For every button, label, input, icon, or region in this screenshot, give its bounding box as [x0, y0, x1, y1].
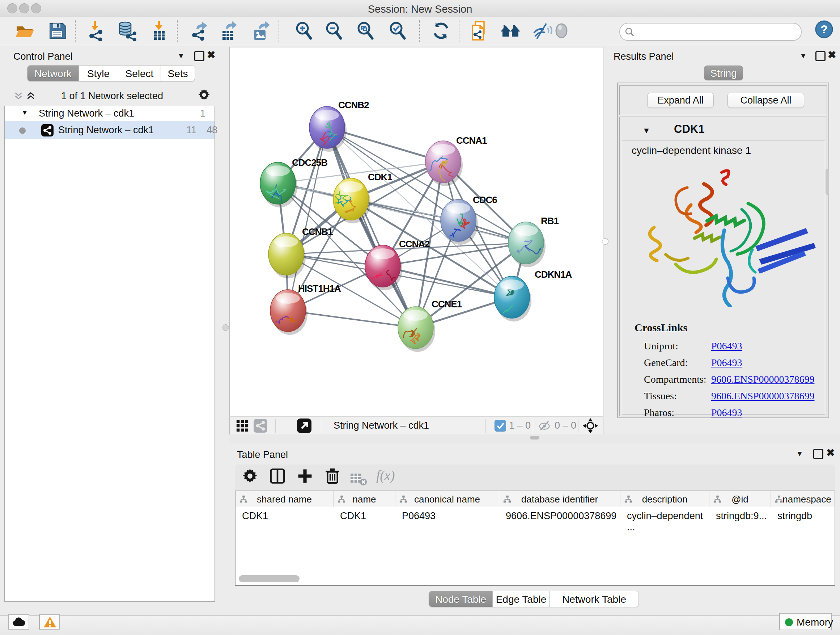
- panel-close-icon[interactable]: ✖: [207, 49, 215, 61]
- graph-node-label: CDC25B: [292, 157, 327, 168]
- export-network-icon[interactable]: [189, 21, 210, 41]
- collapse-section-triangle-icon[interactable]: ▼: [643, 126, 651, 135]
- collection-expand-triangle-icon[interactable]: ▼: [21, 109, 28, 117]
- panel-float-icon[interactable]: [813, 449, 823, 459]
- open-session-icon[interactable]: [14, 21, 35, 41]
- crosslink-url[interactable]: P06493: [711, 407, 742, 418]
- panel-menu-icon[interactable]: ▼: [177, 51, 185, 60]
- network-name: String Network – cdk1: [58, 125, 154, 136]
- table-cell[interactable]: CDK1: [340, 507, 395, 524]
- tab-sets[interactable]: Sets: [161, 65, 195, 81]
- column-header-5[interactable]: description: [621, 491, 709, 507]
- network-canvas[interactable]: CCNB2CCNA1CDC25BCDK1CDC6RB1CCNB1CCNA2CDK…: [229, 47, 603, 416]
- expand-all-chevron-icon[interactable]: [25, 91, 36, 101]
- zoom-selected-icon[interactable]: [387, 21, 408, 41]
- apply-layout-icon[interactable]: [431, 21, 451, 41]
- show-columns-icon[interactable]: [269, 468, 286, 485]
- hide-panels-eye-slash-icon[interactable]: [532, 21, 553, 41]
- selected-checkbox-icon[interactable]: [494, 420, 506, 432]
- tab-network[interactable]: Network: [27, 65, 79, 81]
- panel-float-icon[interactable]: [815, 51, 826, 61]
- tab-network-table[interactable]: Network Table: [550, 591, 639, 607]
- create-column-plus-icon[interactable]: [297, 468, 313, 485]
- search-icon: [624, 27, 635, 37]
- graph-node-label: CDKN1A: [535, 269, 572, 280]
- hidden-count: 0 – 0: [554, 420, 576, 431]
- column-header-1[interactable]: shared name: [235, 491, 333, 507]
- table-cell[interactable]: cyclin–dependent ...: [627, 507, 709, 524]
- save-session-icon[interactable]: [47, 21, 67, 41]
- crosslink-url[interactable]: 9606.ENSP00000378699: [711, 390, 814, 402]
- zoom-out-icon[interactable]: [324, 21, 344, 41]
- delete-table-icon: [350, 470, 367, 487]
- network-options-gear-icon[interactable]: [197, 88, 210, 101]
- panel-close-icon[interactable]: ✖: [826, 447, 835, 459]
- panel-close-icon[interactable]: ✖: [828, 49, 836, 61]
- graph-edge[interactable]: [327, 127, 416, 328]
- splitter-handle[interactable]: [530, 436, 539, 440]
- import-table-icon[interactable]: [149, 21, 169, 41]
- memory-button[interactable]: Memory: [779, 613, 832, 630]
- graph-node-label: CCNA2: [399, 239, 430, 249]
- delete-column-trash-icon[interactable]: [324, 468, 341, 485]
- crosslink-url[interactable]: P06493: [711, 340, 742, 352]
- graph-node-label: CCNB1: [302, 226, 333, 237]
- network-birdseye-icon[interactable]: [254, 419, 267, 432]
- table-cell[interactable]: P06493: [402, 507, 499, 524]
- protein-name: CDK1: [674, 123, 704, 136]
- collection-count: 1: [200, 108, 205, 119]
- panel-float-icon[interactable]: [194, 51, 204, 61]
- network-graph[interactable]: CCNB2CCNA1CDC25BCDK1CDC6RB1CCNB1CCNA2CDK…: [230, 48, 603, 416]
- panel-menu-icon[interactable]: ▼: [796, 449, 804, 458]
- column-header-4[interactable]: database identifier: [499, 491, 621, 507]
- table-cell[interactable]: stringdb:9...: [716, 507, 770, 524]
- panel-menu-icon[interactable]: ▼: [799, 51, 807, 60]
- toolbar-separator: [177, 20, 178, 42]
- crosslink-url[interactable]: 9606.ENSP00000378699: [711, 374, 814, 385]
- expand-all-button[interactable]: Expand All: [647, 93, 714, 108]
- open-in-window-icon[interactable]: [297, 418, 311, 433]
- crosslink-url[interactable]: P06493: [711, 357, 742, 369]
- column-header-2[interactable]: name: [333, 491, 395, 507]
- clone-network-icon[interactable]: [469, 21, 489, 41]
- tab-string[interactable]: String: [704, 65, 743, 80]
- warnings-button[interactable]: [39, 614, 60, 630]
- table-cell[interactable]: CDK1: [242, 507, 333, 524]
- tab-select[interactable]: Select: [118, 65, 161, 81]
- column-header-7[interactable]: namespace: [771, 491, 835, 507]
- table-options-gear-icon[interactable]: [242, 468, 258, 485]
- results-scrollbar-thumb[interactable]: [826, 169, 829, 195]
- help-button[interactable]: ?: [814, 19, 834, 40]
- cloud-button[interactable]: [8, 614, 29, 630]
- node-table[interactable]: shared nameCDK1nameCDK1canonical nameP06…: [235, 491, 835, 586]
- search-input[interactable]: [638, 25, 795, 38]
- tab-node-table[interactable]: Node Table: [429, 591, 493, 607]
- network-collection-row[interactable]: ▼ String Network – cdk1 1: [5, 106, 215, 121]
- status-bar: Memory: [0, 616, 840, 635]
- crosslink-label: GeneCard:: [644, 357, 688, 369]
- export-table-icon[interactable]: [219, 21, 239, 41]
- zoom-fit-icon[interactable]: [355, 21, 376, 41]
- import-network-file-icon[interactable]: [86, 21, 106, 41]
- left-splitter-handle[interactable]: [223, 325, 229, 331]
- table-cell[interactable]: 9606.ENSP00000378699: [506, 507, 620, 524]
- table-cell[interactable]: stringdb: [777, 507, 835, 524]
- column-header-3[interactable]: canonical name: [395, 491, 499, 507]
- collapse-all-button[interactable]: Collapse All: [728, 93, 804, 108]
- column-header-6[interactable]: @id: [709, 491, 771, 507]
- table-horizontal-scrollbar[interactable]: [239, 575, 300, 582]
- function-builder-icon: f(x): [376, 468, 395, 483]
- home-icon[interactable]: [500, 21, 521, 41]
- network-row-selected[interactable]: String Network – cdk1 11 48: [5, 121, 215, 139]
- toolbar-separator: [279, 20, 279, 42]
- import-network-database-icon[interactable]: [117, 21, 137, 41]
- table-panel-title: Table Panel: [237, 449, 288, 461]
- tab-style[interactable]: Style: [79, 65, 118, 81]
- zoom-in-icon[interactable]: [294, 21, 314, 41]
- grid-view-icon[interactable]: [236, 420, 248, 432]
- status-separator: [321, 419, 321, 432]
- export-image-icon[interactable]: [251, 21, 271, 41]
- tab-edge-table[interactable]: Edge Table: [493, 591, 550, 607]
- collapse-all-chevron-icon[interactable]: [13, 91, 24, 101]
- fit-selection-crosshair-icon[interactable]: [583, 418, 598, 434]
